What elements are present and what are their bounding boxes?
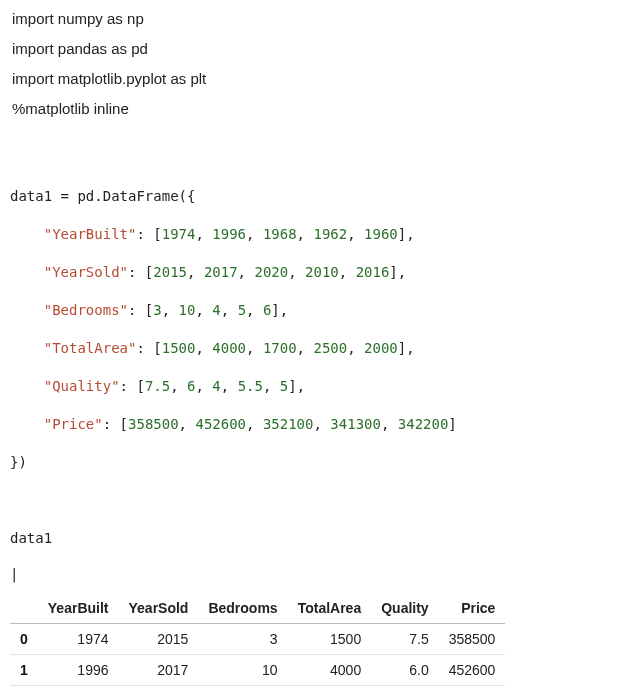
row-index: 0 (10, 624, 38, 655)
code-line: "TotalArea": [1500, 4000, 1700, 2500, 20… (10, 339, 632, 358)
row-index: 1 (10, 655, 38, 686)
num: 10 (179, 302, 196, 318)
num: 1962 (313, 226, 347, 242)
num: 4 (212, 302, 220, 318)
code-text: data1 (10, 530, 52, 546)
table-cell: 1974 (38, 624, 119, 655)
code-line: "Quality": [7.5, 6, 4, 5.5, 5], (10, 377, 632, 396)
table-cell: 2020 (119, 686, 199, 697)
dict-key: "TotalArea" (44, 340, 137, 356)
dict-key: "Quality" (44, 378, 120, 394)
code-line: "YearBuilt": [1974, 1996, 1968, 1962, 19… (10, 225, 632, 244)
table-cell: 2015 (119, 624, 199, 655)
num: 5.5 (238, 378, 263, 394)
num: 5 (280, 378, 288, 394)
num: 2500 (313, 340, 347, 356)
import-line: %matplotlib inline (12, 94, 630, 124)
imports-block: import numpy as np import pandas as pd i… (0, 0, 642, 124)
dict-key: "Bedrooms" (44, 302, 128, 318)
num: 342200 (398, 416, 449, 432)
num: 5 (238, 302, 246, 318)
column-header: Quality (371, 593, 438, 624)
code-line: "YearSold": [2015, 2017, 2020, 2010, 201… (10, 263, 632, 282)
num: 452600 (195, 416, 246, 432)
table-row: 019742015315007.5358500 (10, 624, 505, 655)
table-cell: 352100 (439, 686, 506, 697)
num: 2010 (305, 264, 339, 280)
dict-key: "YearSold" (44, 264, 128, 280)
num: 2000 (364, 340, 398, 356)
code-line: data1 (10, 529, 632, 548)
num: 1974 (162, 226, 196, 242)
column-header: YearSold (119, 593, 199, 624)
table-cell: 10 (198, 655, 287, 686)
dict-key: "Price" (44, 416, 103, 432)
table-cell: 452600 (439, 655, 506, 686)
table-cell: 1700 (288, 686, 372, 697)
num: 1968 (263, 226, 297, 242)
table-cell: 6.0 (371, 655, 438, 686)
num: 2017 (204, 264, 238, 280)
code-line: }) (10, 453, 632, 472)
code-line: "Bedrooms": [3, 10, 4, 5, 6], (10, 301, 632, 320)
num: 4000 (212, 340, 246, 356)
table-cell: 4000 (288, 655, 372, 686)
table-row: 1199620171040006.0452600 (10, 655, 505, 686)
code-cell: data1 = pd.DataFrame({ "YearBuilt": [197… (0, 154, 642, 567)
table-cell: 358500 (439, 624, 506, 655)
table-cell: 1996 (38, 655, 119, 686)
import-line: import pandas as pd (12, 34, 630, 64)
table-cell: 4.0 (371, 686, 438, 697)
num: 2020 (254, 264, 288, 280)
num: 352100 (263, 416, 314, 432)
table-row: 219682020417004.0352100 (10, 686, 505, 697)
table-header-row: YearBuilt YearSold Bedrooms TotalArea Qu… (10, 593, 505, 624)
code-line: "Price": [358500, 452600, 352100, 341300… (10, 415, 632, 434)
cursor: | (0, 567, 642, 581)
import-line: import matplotlib.pyplot as plt (12, 64, 630, 94)
table-cell: 3 (198, 624, 287, 655)
code-line: data1 = pd.DataFrame({ (10, 187, 632, 206)
num: 1700 (263, 340, 297, 356)
code-text: data1 = pd.DataFrame({ (10, 188, 195, 204)
num: 1996 (212, 226, 246, 242)
table-cell: 1500 (288, 624, 372, 655)
num: 358500 (128, 416, 179, 432)
num: 7.5 (145, 378, 170, 394)
code-blank-line (10, 491, 632, 510)
table-cell: 4 (198, 686, 287, 697)
dict-key: "YearBuilt" (44, 226, 137, 242)
num: 2015 (153, 264, 187, 280)
num: 1500 (162, 340, 196, 356)
column-header: Bedrooms (198, 593, 287, 624)
row-index: 2 (10, 686, 38, 697)
column-header: Price (439, 593, 506, 624)
dataframe-output: YearBuilt YearSold Bedrooms TotalArea Qu… (0, 581, 642, 696)
column-header: YearBuilt (38, 593, 119, 624)
index-header (10, 593, 38, 624)
table-cell: 1968 (38, 686, 119, 697)
table-cell: 2017 (119, 655, 199, 686)
import-line: import numpy as np (12, 4, 630, 34)
column-header: TotalArea (288, 593, 372, 624)
num: 3 (153, 302, 161, 318)
code-text: }) (10, 454, 27, 470)
table-cell: 7.5 (371, 624, 438, 655)
num: 1960 (364, 226, 398, 242)
num: 2016 (356, 264, 390, 280)
num: 4 (212, 378, 220, 394)
dataframe-table: YearBuilt YearSold Bedrooms TotalArea Qu… (10, 593, 505, 696)
num: 341300 (330, 416, 381, 432)
